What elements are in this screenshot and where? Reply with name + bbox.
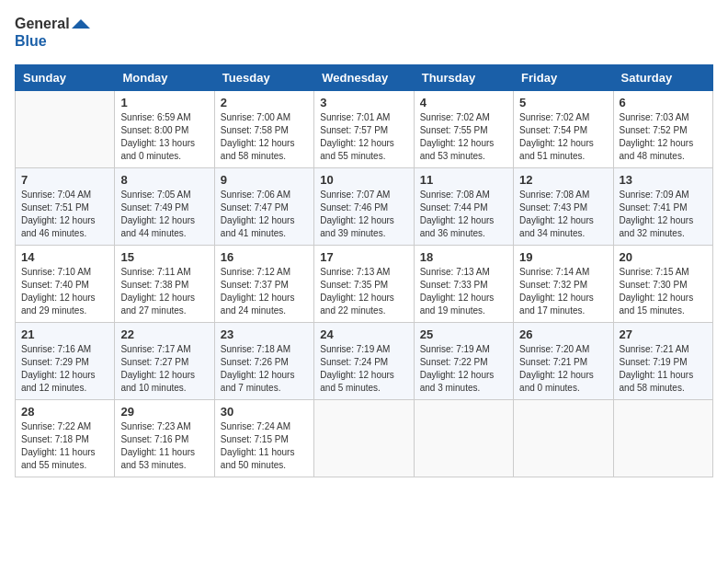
calendar-day-cell: 3Sunrise: 7:01 AM Sunset: 7:57 PM Daylig… <box>314 91 414 168</box>
calendar-empty-cell <box>16 91 115 168</box>
day-info: Sunrise: 7:12 AM Sunset: 7:37 PM Dayligh… <box>221 266 308 317</box>
day-number: 30 <box>221 405 308 419</box>
day-number: 19 <box>519 250 607 264</box>
day-of-week-header: Saturday <box>613 65 712 91</box>
day-info: Sunrise: 7:22 AM Sunset: 7:18 PM Dayligh… <box>21 420 108 472</box>
day-of-week-header: Sunday <box>16 65 115 91</box>
day-number: 11 <box>420 173 507 187</box>
logo-general: General <box>15 15 70 32</box>
calendar-day-cell: 26Sunrise: 7:20 AM Sunset: 7:21 PM Dayli… <box>514 323 613 400</box>
calendar-day-cell: 16Sunrise: 7:12 AM Sunset: 7:37 PM Dayli… <box>214 246 313 323</box>
day-number: 16 <box>221 250 308 264</box>
day-info: Sunrise: 7:08 AM Sunset: 7:44 PM Dayligh… <box>420 189 507 240</box>
calendar-week-row: 7Sunrise: 7:04 AM Sunset: 7:51 PM Daylig… <box>16 168 713 246</box>
day-info: Sunrise: 7:07 AM Sunset: 7:46 PM Dayligh… <box>320 189 407 240</box>
day-number: 15 <box>120 250 208 264</box>
day-number: 26 <box>519 327 607 341</box>
day-info: Sunrise: 7:11 AM Sunset: 7:38 PM Dayligh… <box>120 266 208 317</box>
day-number: 5 <box>519 96 607 109</box>
calendar-day-cell: 23Sunrise: 7:18 AM Sunset: 7:26 PM Dayli… <box>214 323 313 400</box>
day-of-week-header: Friday <box>514 65 613 91</box>
day-number: 8 <box>120 173 208 187</box>
calendar-day-cell: 2Sunrise: 7:00 AM Sunset: 7:58 PM Daylig… <box>214 91 313 168</box>
day-info: Sunrise: 7:13 AM Sunset: 7:33 PM Dayligh… <box>420 266 507 317</box>
calendar-day-cell: 27Sunrise: 7:21 AM Sunset: 7:19 PM Dayli… <box>613 323 712 400</box>
day-info: Sunrise: 7:06 AM Sunset: 7:47 PM Dayligh… <box>221 189 308 240</box>
day-info: Sunrise: 7:18 AM Sunset: 7:26 PM Dayligh… <box>221 343 308 395</box>
day-info: Sunrise: 7:03 AM Sunset: 7:52 PM Dayligh… <box>620 111 707 163</box>
day-number: 17 <box>320 250 407 264</box>
calendar-empty-cell <box>613 400 712 477</box>
day-number: 3 <box>320 96 407 109</box>
day-number: 2 <box>221 96 308 109</box>
calendar-day-cell: 5Sunrise: 7:02 AM Sunset: 7:54 PM Daylig… <box>514 91 613 168</box>
day-info: Sunrise: 7:16 AM Sunset: 7:29 PM Dayligh… <box>21 343 108 395</box>
day-number: 24 <box>320 327 407 341</box>
calendar-week-row: 28Sunrise: 7:22 AM Sunset: 7:18 PM Dayli… <box>16 400 713 477</box>
calendar-empty-cell <box>314 400 414 477</box>
day-number: 22 <box>120 327 208 341</box>
day-info: Sunrise: 7:02 AM Sunset: 7:54 PM Dayligh… <box>519 111 607 163</box>
day-number: 4 <box>420 96 507 109</box>
day-info: Sunrise: 7:02 AM Sunset: 7:55 PM Dayligh… <box>420 111 507 163</box>
day-info: Sunrise: 7:04 AM Sunset: 7:51 PM Dayligh… <box>21 189 108 240</box>
day-info: Sunrise: 7:21 AM Sunset: 7:19 PM Dayligh… <box>620 343 707 395</box>
calendar-day-cell: 20Sunrise: 7:15 AM Sunset: 7:30 PM Dayli… <box>613 246 712 323</box>
day-info: Sunrise: 7:00 AM Sunset: 7:58 PM Dayligh… <box>221 111 308 163</box>
calendar-header-row: SundayMondayTuesdayWednesdayThursdayFrid… <box>16 65 713 91</box>
day-number: 27 <box>620 327 707 341</box>
calendar-day-cell: 4Sunrise: 7:02 AM Sunset: 7:55 PM Daylig… <box>414 91 513 168</box>
day-info: Sunrise: 7:17 AM Sunset: 7:27 PM Dayligh… <box>120 343 208 395</box>
calendar-day-cell: 15Sunrise: 7:11 AM Sunset: 7:38 PM Dayli… <box>115 246 214 323</box>
day-number: 23 <box>221 327 308 341</box>
logo-arrow-icon <box>72 19 90 38</box>
calendar-day-cell: 1Sunrise: 6:59 AM Sunset: 8:00 PM Daylig… <box>115 91 214 168</box>
day-info: Sunrise: 7:10 AM Sunset: 7:40 PM Dayligh… <box>21 266 108 317</box>
day-number: 10 <box>320 173 407 187</box>
calendar-day-cell: 12Sunrise: 7:08 AM Sunset: 7:43 PM Dayli… <box>514 168 613 246</box>
day-number: 9 <box>221 173 308 187</box>
day-info: Sunrise: 7:14 AM Sunset: 7:32 PM Dayligh… <box>519 266 607 317</box>
calendar-day-cell: 11Sunrise: 7:08 AM Sunset: 7:44 PM Dayli… <box>414 168 513 246</box>
calendar-day-cell: 14Sunrise: 7:10 AM Sunset: 7:40 PM Dayli… <box>16 246 115 323</box>
day-of-week-header: Monday <box>115 65 214 91</box>
calendar-day-cell: 10Sunrise: 7:07 AM Sunset: 7:46 PM Dayli… <box>314 168 414 246</box>
day-number: 25 <box>420 327 507 341</box>
day-number: 6 <box>620 96 707 109</box>
calendar-week-row: 21Sunrise: 7:16 AM Sunset: 7:29 PM Dayli… <box>16 323 713 400</box>
logo: General Blue <box>15 15 90 55</box>
calendar-day-cell: 8Sunrise: 7:05 AM Sunset: 7:49 PM Daylig… <box>115 168 214 246</box>
calendar-week-row: 14Sunrise: 7:10 AM Sunset: 7:40 PM Dayli… <box>16 246 713 323</box>
calendar-day-cell: 28Sunrise: 7:22 AM Sunset: 7:18 PM Dayli… <box>16 400 115 477</box>
day-number: 18 <box>420 250 507 264</box>
calendar-week-row: 1Sunrise: 6:59 AM Sunset: 8:00 PM Daylig… <box>16 91 713 168</box>
day-of-week-header: Tuesday <box>214 65 313 91</box>
calendar-day-cell: 6Sunrise: 7:03 AM Sunset: 7:52 PM Daylig… <box>613 91 712 168</box>
calendar-day-cell: 30Sunrise: 7:24 AM Sunset: 7:15 PM Dayli… <box>214 400 313 477</box>
calendar-day-cell: 25Sunrise: 7:19 AM Sunset: 7:22 PM Dayli… <box>414 323 513 400</box>
calendar-day-cell: 22Sunrise: 7:17 AM Sunset: 7:27 PM Dayli… <box>115 323 214 400</box>
day-info: Sunrise: 7:20 AM Sunset: 7:21 PM Dayligh… <box>519 343 607 395</box>
day-number: 1 <box>120 96 208 109</box>
day-info: Sunrise: 7:01 AM Sunset: 7:57 PM Dayligh… <box>320 111 407 163</box>
calendar-table: SundayMondayTuesdayWednesdayThursdayFrid… <box>15 64 713 477</box>
day-number: 12 <box>519 173 607 187</box>
day-number: 13 <box>620 173 707 187</box>
day-info: Sunrise: 7:24 AM Sunset: 7:15 PM Dayligh… <box>221 420 308 472</box>
logo-blue: Blue <box>15 32 70 50</box>
calendar-day-cell: 21Sunrise: 7:16 AM Sunset: 7:29 PM Dayli… <box>16 323 115 400</box>
calendar-empty-cell <box>514 400 613 477</box>
day-info: Sunrise: 7:19 AM Sunset: 7:22 PM Dayligh… <box>420 343 507 395</box>
day-number: 7 <box>21 173 108 187</box>
day-number: 14 <box>21 250 108 264</box>
day-info: Sunrise: 7:13 AM Sunset: 7:35 PM Dayligh… <box>320 266 407 317</box>
calendar-day-cell: 18Sunrise: 7:13 AM Sunset: 7:33 PM Dayli… <box>414 246 513 323</box>
page-header: General Blue <box>15 15 713 55</box>
day-number: 20 <box>620 250 707 264</box>
day-number: 28 <box>21 405 108 419</box>
svg-marker-0 <box>72 19 90 29</box>
calendar-empty-cell <box>414 400 513 477</box>
day-number: 21 <box>21 327 108 341</box>
calendar-day-cell: 24Sunrise: 7:19 AM Sunset: 7:24 PM Dayli… <box>314 323 414 400</box>
calendar-day-cell: 19Sunrise: 7:14 AM Sunset: 7:32 PM Dayli… <box>514 246 613 323</box>
